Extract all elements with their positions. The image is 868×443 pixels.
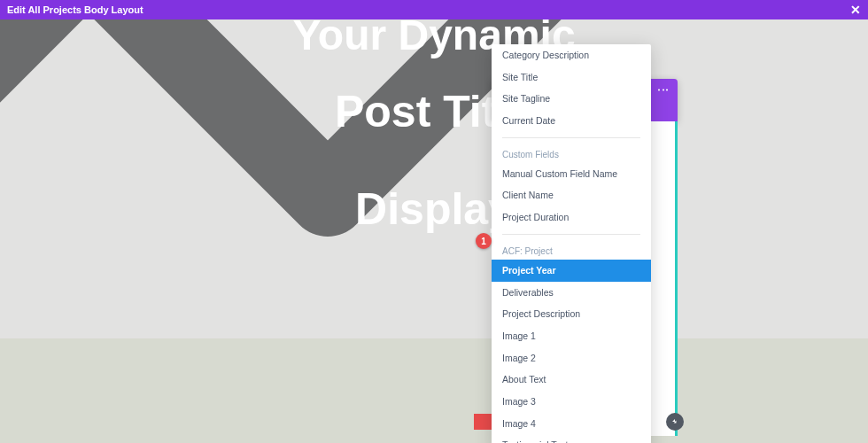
hero-section: Your Dynamic Post Title Display <box>0 19 868 338</box>
annotation-badge: 1 <box>476 233 492 249</box>
dropdown-item[interactable]: Client Name <box>492 184 651 206</box>
more-icon[interactable]: ⋮ <box>657 84 670 97</box>
canvas-area: Your Dynamic Post Title Display ⋮ Catego… <box>0 19 868 443</box>
dropdown-item[interactable]: Manual Custom Field Name <box>492 163 651 185</box>
dropdown-item[interactable]: Current Date <box>492 110 651 132</box>
header-bar: Edit All Projects Body Layout ✕ <box>0 0 868 19</box>
dropdown-item[interactable]: Site Tagline <box>492 88 651 110</box>
resize-handle-icon[interactable] <box>666 413 684 431</box>
dynamic-content-dropdown: Category DescriptionSite TitleSite Tagli… <box>492 44 651 443</box>
dropdown-section-label: Custom Fields <box>492 144 651 163</box>
dropdown-separator <box>502 234 640 235</box>
dropdown-item[interactable]: Image 1 <box>492 325 651 347</box>
dropdown-item[interactable]: Testimonial Text <box>492 434 651 443</box>
dropdown-item[interactable]: Project Duration <box>492 206 651 229</box>
dropdown-item[interactable]: About Text <box>492 369 651 391</box>
dropdown-item[interactable]: Image 2 <box>492 347 651 369</box>
dropdown-item[interactable]: Project Description <box>492 303 651 325</box>
lower-section <box>0 338 868 443</box>
dropdown-section-label: ACF: Project <box>492 240 651 260</box>
close-icon[interactable]: ✕ <box>850 4 861 16</box>
header-title: Edit All Projects Body Layout <box>7 4 143 15</box>
background-shape <box>0 19 576 338</box>
dropdown-item[interactable]: Site Title <box>492 66 651 89</box>
hero-text-3: Display <box>355 183 513 235</box>
dropdown-item[interactable]: Image 4 <box>492 413 651 435</box>
dropdown-item[interactable]: Deliverables <box>492 282 651 304</box>
dropdown-item[interactable]: Image 3 <box>492 391 651 413</box>
dropdown-item[interactable]: Project Year <box>492 260 651 282</box>
dropdown-item[interactable]: Category Description <box>492 44 651 66</box>
dropdown-separator <box>502 137 640 138</box>
